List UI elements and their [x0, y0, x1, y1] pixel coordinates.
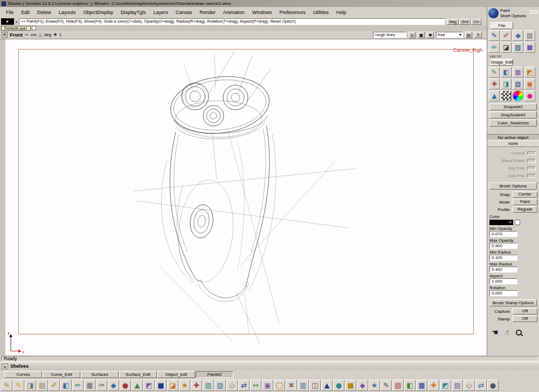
shelf-tool-icon[interactable]: ▲ — [132, 380, 143, 391]
shelf-tool-icon[interactable]: ✎ — [13, 380, 24, 391]
stamp-option-value[interactable]: Off — [513, 308, 537, 314]
image-tool-icon[interactable]: ✎ — [489, 67, 500, 78]
layer-toggle[interactable] — [32, 26, 36, 30]
tab-file[interactable]: File — [490, 22, 513, 29]
magnifier-icon[interactable] — [516, 330, 522, 335]
shelf-tool-icon[interactable]: ▤ — [392, 380, 404, 391]
shelf-tool-icon[interactable]: ◇ — [464, 380, 475, 391]
pan-icon[interactable]: ▣ — [418, 32, 425, 38]
shelf-tool-icon[interactable]: ↔ — [250, 380, 261, 391]
shelf-tool-icon[interactable]: ✖ — [286, 380, 297, 391]
shelf-tool-icon[interactable]: ◩ — [143, 380, 155, 391]
shelf-tool-icon[interactable]: ● — [120, 380, 131, 391]
file-tool-icon[interactable]: ▤ — [524, 30, 535, 41]
prompt-dropdown-icon[interactable]: ▾ — [14, 20, 19, 24]
menu-item[interactable]: Canvas — [172, 9, 196, 16]
image-tool-icon[interactable]: ▦ — [513, 67, 523, 78]
brush-param-input[interactable]: 1.000 — [489, 278, 517, 284]
shelf-tool-icon[interactable]: ▥ — [298, 380, 309, 391]
shelf-tool-icon[interactable]: ◪ — [167, 380, 178, 391]
pointer-hand-icon[interactable]: ☝ — [505, 328, 510, 337]
menu-item[interactable]: Preferences — [275, 9, 309, 16]
shelf-tool-icon[interactable]: ▣ — [262, 380, 273, 391]
prompt-toggle-button[interactable]: Mag — [447, 19, 459, 25]
shelf-tool-icon[interactable]: ⇄ — [238, 380, 250, 391]
brush-option-value[interactable]: Center — [513, 191, 537, 198]
image-tool-icon[interactable]: ◧ — [501, 67, 512, 78]
shelf-tab[interactable]: Curve_Edit — [43, 371, 80, 378]
image-tool-icon[interactable]: ▧ — [513, 79, 523, 89]
prompt-toggle-button[interactable]: Crv — [471, 19, 481, 25]
shelf-tab[interactable]: Paint#2 — [196, 371, 233, 378]
close-view-icon[interactable]: ✕ — [2, 32, 8, 38]
shelf-tool-icon[interactable]: ◫ — [309, 380, 321, 391]
shelf-tool-icon[interactable]: ✑ — [96, 380, 107, 391]
shelf-tab[interactable]: Surfaces — [81, 371, 119, 378]
shelf-tool-icon[interactable]: ◨ — [25, 380, 36, 391]
panel-grip[interactable] — [529, 8, 538, 15]
brush-stamp-options-header[interactable]: Brush Stamp Options — [489, 299, 537, 306]
menu-item[interactable]: Help — [333, 9, 350, 16]
shelf-tool-icon[interactable]: ▧ — [203, 380, 214, 391]
shelf-tool-icon[interactable]: ▲ — [321, 380, 333, 391]
zoom-icon[interactable]: ◎ — [409, 32, 416, 38]
shelf-tool-icon[interactable]: ★ — [369, 380, 380, 391]
file-tool-icon[interactable]: ✏ — [489, 42, 500, 53]
brush-option-value[interactable]: Paint — [513, 199, 537, 205]
grayscale-button[interactable]: GrayScale#2 — [489, 111, 537, 118]
shelf-tool-icon[interactable]: ✎ — [381, 380, 392, 391]
file-tool-icon[interactable]: ◆ — [513, 30, 523, 41]
brush-options-header[interactable]: Brush Options — [489, 183, 537, 190]
menu-item[interactable]: ObjectDisplay — [80, 9, 118, 16]
default-layer-button[interactable]: DefaultLayer — [1, 26, 31, 31]
stamp-option-value[interactable]: Off — [513, 316, 537, 322]
shelf-tool-icon[interactable]: ● — [333, 380, 344, 391]
shelf-tool-icon[interactable]: ▨ — [452, 380, 463, 391]
paint-canvas[interactable]: Canvas_Righ — [5, 39, 487, 355]
shelf-tool-icon[interactable]: ▤ — [37, 380, 48, 391]
shelf-tool-icon[interactable]: ▦ — [84, 380, 95, 391]
shelf-tool-icon[interactable]: ⇄ — [475, 380, 487, 391]
panel-subtitle[interactable]: Shelf Options — [500, 13, 529, 19]
brush-param-input[interactable]: 0.000 — [489, 290, 517, 296]
move-icon[interactable]: ✚ — [427, 32, 434, 38]
shelf-tool-icon[interactable]: ◆ — [108, 380, 119, 391]
shelf-tool-icon[interactable]: ▨ — [215, 380, 226, 391]
menu-item[interactable]: Windows — [248, 9, 276, 16]
tab-image-edit[interactable]: Image_Edit — [490, 59, 513, 66]
shelf-tool-icon[interactable]: ■ — [345, 380, 356, 391]
page-icon[interactable]: ▤ — [465, 32, 472, 38]
shelf-tool-icon[interactable]: ◯ — [274, 380, 285, 391]
menu-item[interactable]: Render — [196, 9, 219, 16]
image-tool-icon[interactable] — [501, 90, 512, 101]
brush-param-input[interactable]: 0.100 — [489, 255, 517, 261]
image-tool-icon[interactable]: ▣ — [524, 79, 535, 89]
image-tool-icon[interactable]: ▲ — [489, 90, 500, 101]
shelf-tool-icon[interactable]: ▦ — [416, 380, 427, 391]
grab-hand-icon[interactable]: ☚ — [492, 328, 499, 337]
file-tool-icon[interactable]: ✐ — [501, 30, 512, 41]
image-tool-icon[interactable]: ✚ — [489, 79, 500, 89]
shelf-tool-icon[interactable]: ◇ — [226, 380, 238, 391]
mode-dropdown[interactable]: free ▾ — [436, 32, 463, 38]
shelf-tool-icon[interactable]: ■ — [155, 380, 167, 391]
brush-param-input[interactable]: 0.442 — [489, 267, 517, 272]
shelf-tool-icon[interactable]: ★ — [179, 380, 190, 391]
image-tool-icon[interactable]: ● — [524, 90, 535, 101]
color-swatches-button[interactable]: Color_Swatches — [489, 120, 537, 127]
menu-item[interactable]: DisplayTgls — [117, 9, 150, 16]
shelf-tool-icon[interactable]: ◧ — [404, 380, 416, 391]
prompt-toggle-button[interactable]: Grid — [459, 19, 471, 25]
color-picker-box[interactable] — [515, 220, 520, 225]
brush-option-value[interactable]: Regular — [513, 206, 537, 213]
menu-item[interactable]: Animation — [219, 9, 248, 16]
menu-item[interactable]: Delete — [33, 9, 55, 16]
menu-item[interactable]: Edit — [18, 9, 34, 16]
menu-item[interactable]: Utilities — [309, 9, 333, 16]
brush-param-input[interactable]: 0.900 — [489, 243, 517, 249]
shelf-tool-icon[interactable]: ✎ — [1, 380, 12, 391]
shelf-tab[interactable]: Object_edit — [157, 371, 195, 378]
file-tool-icon[interactable]: ■ — [524, 42, 535, 53]
menu-item[interactable]: Layers — [150, 9, 172, 16]
brush-color-swatch[interactable]: → — [489, 220, 513, 225]
